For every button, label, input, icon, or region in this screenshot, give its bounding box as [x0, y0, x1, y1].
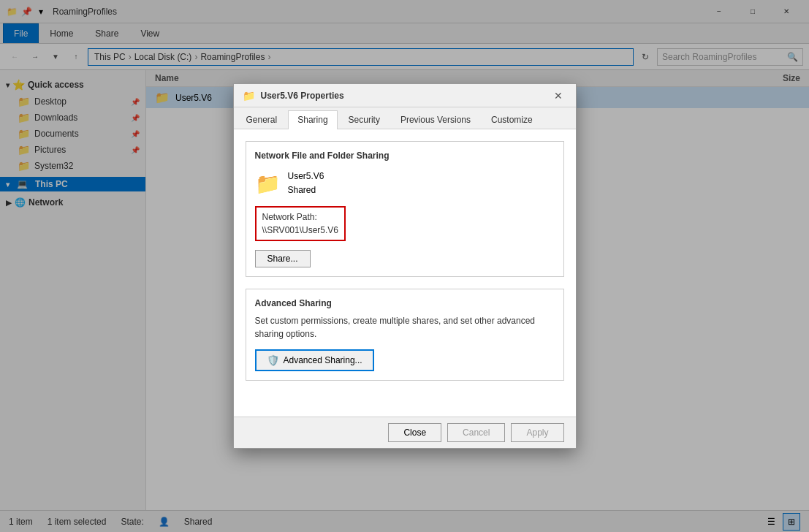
dialog-titlebar: 📁 User5.V6 Properties ✕	[234, 84, 576, 107]
network-path-label: Network Path:	[262, 210, 339, 224]
shared-folder-icon: 📁	[255, 172, 281, 196]
advanced-sharing-section: Advanced Sharing Set custom permissions,…	[246, 289, 564, 381]
shield-icon: 🛡️	[267, 354, 279, 366]
network-path-box: Network Path: \\SRV001\User5.V6	[255, 206, 346, 241]
shared-folder-status: Shared	[288, 183, 324, 197]
tab-general[interactable]: General	[237, 110, 287, 129]
share-button[interactable]: Share...	[255, 250, 311, 267]
shared-folder-row: 📁 User5.V6 Shared	[255, 170, 555, 197]
dialog-overlay: 📁 User5.V6 Properties ✕ General Sharing …	[0, 0, 809, 532]
tab-previous-versions[interactable]: Previous Versions	[391, 110, 480, 129]
network-path-value: \\SRV001\User5.V6	[262, 224, 339, 237]
advanced-sharing-button[interactable]: 🛡️ Advanced Sharing...	[255, 349, 374, 371]
close-button[interactable]: Close	[388, 423, 441, 442]
dialog-close-button[interactable]: ✕	[550, 87, 567, 104]
properties-dialog: 📁 User5.V6 Properties ✕ General Sharing …	[233, 83, 577, 449]
network-section-title: Network File and Folder Sharing	[255, 151, 555, 161]
advanced-description: Set custom permissions, create multiple …	[255, 314, 555, 341]
cancel-button[interactable]: Cancel	[447, 423, 505, 442]
shared-folder-name: User5.V6	[288, 170, 324, 183]
network-sharing-section: Network File and Folder Sharing 📁 User5.…	[246, 141, 564, 277]
dialog-content: Network File and Folder Sharing 📁 User5.…	[234, 129, 576, 417]
dialog-footer: Close Cancel Apply	[234, 417, 576, 448]
tab-sharing[interactable]: Sharing	[288, 110, 337, 129]
advanced-section-title: Advanced Sharing	[255, 298, 555, 308]
dialog-folder-icon: 📁	[243, 90, 255, 102]
dialog-title: User5.V6 Properties	[261, 91, 544, 101]
advanced-sharing-button-label: Advanced Sharing...	[284, 355, 362, 365]
apply-button[interactable]: Apply	[511, 423, 563, 442]
tab-customize[interactable]: Customize	[482, 110, 542, 129]
tab-security[interactable]: Security	[339, 110, 390, 129]
shared-folder-info: User5.V6 Shared	[288, 170, 324, 197]
dialog-tabs: General Sharing Security Previous Versio…	[234, 107, 576, 129]
